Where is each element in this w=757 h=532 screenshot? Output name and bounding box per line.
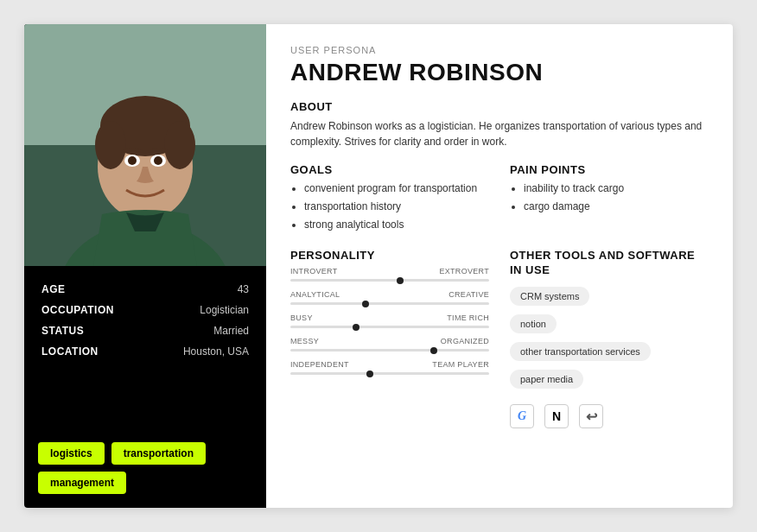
tag-transportation[interactable]: transportation [111,442,206,465]
personality-trait-1: ANALYTICAL CREATIVE [290,290,489,305]
pain-list: inability to track cargocargo damage [510,181,709,214]
persona-name: ANDREW ROBINSON [290,59,709,86]
svg-point-7 [95,121,126,169]
tool-tag-notion[interactable]: notion [510,314,557,333]
occupation-value: Logistician [200,304,249,316]
slider-track-1 [290,302,489,305]
pain-points-title: PAIN POINTS [510,163,709,176]
goals-title: GOALS [290,163,489,176]
notion-icon[interactable]: N [544,404,569,428]
tag-management[interactable]: management [38,472,126,494]
pain-item: cargo damage [524,200,709,214]
tool-tag-paper-media[interactable]: paper media [510,370,583,389]
personality-tools-section: PERSONALITY INTROVERT EXTROVERT ANALYTIC… [290,249,709,428]
slider-thumb-0 [397,277,404,284]
tools-section: OTHER TOOLS AND SOFTWARE IN USE CRM syst… [510,249,709,428]
goals-section: GOALS convenient program for transportat… [290,163,489,235]
svg-point-10 [128,156,137,165]
slider-thumb-2 [353,324,359,331]
tools-title: OTHER TOOLS AND SOFTWARE IN USE [510,249,709,278]
tag-logistics[interactable]: logistics [38,442,105,465]
status-row: STATUS Married [41,325,249,337]
status-label: STATUS [41,325,84,337]
slider-track-0 [290,279,489,282]
personality-trait-4: INDEPENDENT TEAM PLAYER [290,360,489,375]
svg-point-8 [164,121,195,169]
tool-tag-other-transportation-services[interactable]: other transportation services [510,342,651,361]
personality-title: PERSONALITY [290,249,489,262]
trait-left-3: MESSY [290,337,319,345]
trait-right-4: TEAM PLAYER [432,360,489,369]
trait-left-0: INTROVERT [290,267,338,276]
slider-track-3 [290,349,489,352]
slider-thumb-4 [366,370,373,377]
photo-area [24,24,266,266]
occupation-row: OCCUPATION Logistician [41,304,249,316]
info-section: AGE 43 OCCUPATION Logistician STATUS Mar… [24,266,266,442]
goals-list: convenient program for transportationtra… [290,181,489,231]
about-title: ABOUT [290,100,709,113]
tool-tags-list: CRM systemsnotionother transportation se… [510,287,709,394]
age-label: AGE [41,283,66,295]
goal-item: strong analytical tools [304,218,489,232]
trait-right-2: TIME RICH [447,314,489,322]
slider-thumb-3 [430,347,437,354]
google-icon[interactable]: G [510,404,534,428]
personality-trait-0: INTROVERT EXTROVERT [290,267,489,282]
persona-card: AGE 43 OCCUPATION Logistician STATUS Mar… [24,24,733,508]
svg-point-12 [154,156,162,165]
status-value: Married [213,325,249,337]
location-label: LOCATION [41,345,99,358]
occupation-label: OCCUPATION [41,304,114,316]
trait-left-2: BUSY [290,314,313,322]
slider-track-2 [290,326,489,328]
trait-right-3: ORGANIZED [441,337,489,345]
goals-pain-section: GOALS convenient program for transportat… [290,163,709,235]
persona-label: USER PERSONA [290,45,709,55]
logos-row: G N ↩ [510,404,709,428]
location-value: Houston, USA [183,345,249,358]
pain-item: inability to track cargo [524,181,709,196]
pain-points-section: PAIN POINTS inability to track cargocarg… [510,163,709,235]
right-panel: USER PERSONA ANDREW ROBINSON ABOUT Andre… [266,24,733,508]
trait-right-1: CREATIVE [448,290,489,299]
personality-trait-2: BUSY TIME RICH [290,314,489,328]
tags-section: logisticstransportationmanagement [24,442,266,508]
trait-right-0: EXTROVERT [439,267,489,276]
personality-trait-3: MESSY ORGANIZED [290,337,489,352]
location-row: LOCATION Houston, USA [41,345,249,358]
personality-traits: INTROVERT EXTROVERT ANALYTICAL CREATIVE … [290,267,489,375]
goal-item: convenient program for transportation [304,181,489,196]
left-panel: AGE 43 OCCUPATION Logistician STATUS Mar… [24,24,266,508]
trait-left-4: INDEPENDENT [290,360,349,369]
other-icon[interactable]: ↩ [579,404,603,428]
age-row: AGE 43 [41,283,249,295]
goal-item: transportation history [304,200,489,214]
slider-thumb-1 [362,301,369,307]
age-value: 43 [238,283,249,295]
slider-track-4 [290,372,489,375]
tool-tag-CRM-systems[interactable]: CRM systems [510,287,589,306]
trait-left-1: ANALYTICAL [290,290,340,299]
about-text: Andrew Robinson works as a logistician. … [290,118,709,149]
personality-section: PERSONALITY INTROVERT EXTROVERT ANALYTIC… [290,249,489,428]
